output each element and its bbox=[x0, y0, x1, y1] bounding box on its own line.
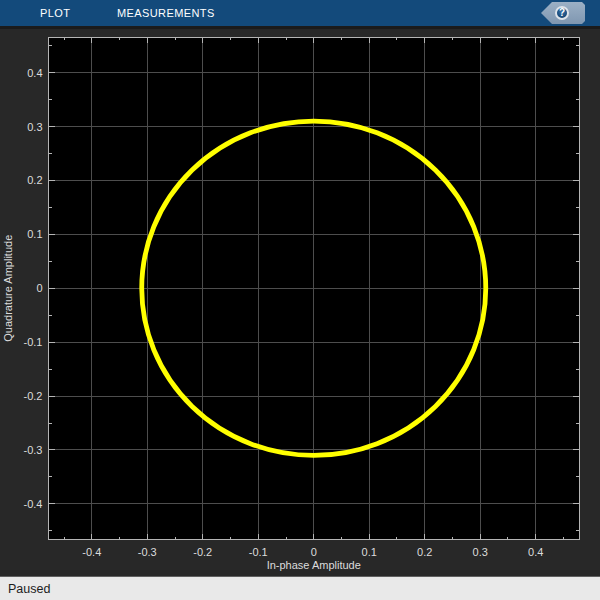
status-text: Paused bbox=[8, 582, 50, 596]
x-tick-label: -0.4 bbox=[82, 546, 101, 558]
constellation-plot[interactable]: -0.4-0.3-0.2-0.100.10.20.30.4-0.4-0.3-0.… bbox=[0, 29, 600, 575]
tab-measurements[interactable]: MEASUREMENTS bbox=[117, 0, 215, 26]
x-tick-label: -0.3 bbox=[138, 546, 157, 558]
tab-plot[interactable]: PLOT bbox=[40, 0, 70, 26]
toolstrip-help-flyout[interactable]: ? bbox=[541, 2, 585, 24]
x-tick-label: 0 bbox=[311, 546, 317, 558]
y-tick-label: -0.1 bbox=[24, 336, 43, 348]
help-button[interactable]: ? bbox=[555, 6, 569, 20]
x-tick-label: -0.1 bbox=[249, 546, 268, 558]
question-mark-icon: ? bbox=[559, 8, 565, 18]
constellation-scope-window: PLOT MEASUREMENTS ? -0.4-0.3-0.2-0.100.1… bbox=[0, 0, 600, 600]
y-tick-label: 0.3 bbox=[27, 121, 42, 133]
y-axis-title: Quadrature Amplitude bbox=[2, 235, 14, 342]
x-tick-label: 0.4 bbox=[528, 546, 543, 558]
y-tick-label: 0.2 bbox=[27, 174, 42, 186]
y-tick-label: 0.4 bbox=[27, 67, 42, 79]
y-tick-label: -0.2 bbox=[24, 390, 43, 402]
y-tick-label: 0 bbox=[36, 282, 42, 294]
x-tick-label: 0.1 bbox=[362, 546, 377, 558]
x-tick-label: -0.2 bbox=[193, 546, 212, 558]
y-tick-label: 0.1 bbox=[27, 228, 42, 240]
plot-figure: -0.4-0.3-0.2-0.100.10.20.30.4-0.4-0.3-0.… bbox=[0, 29, 600, 575]
x-axis-title: In-phase Amplitude bbox=[267, 559, 361, 571]
x-tick-label: 0.3 bbox=[473, 546, 488, 558]
status-bar: Paused bbox=[0, 576, 600, 600]
y-tick-label: -0.3 bbox=[24, 444, 43, 456]
y-tick-label: -0.4 bbox=[24, 498, 43, 510]
toolstrip: PLOT MEASUREMENTS ? bbox=[0, 0, 600, 29]
x-tick-label: 0.2 bbox=[417, 546, 432, 558]
